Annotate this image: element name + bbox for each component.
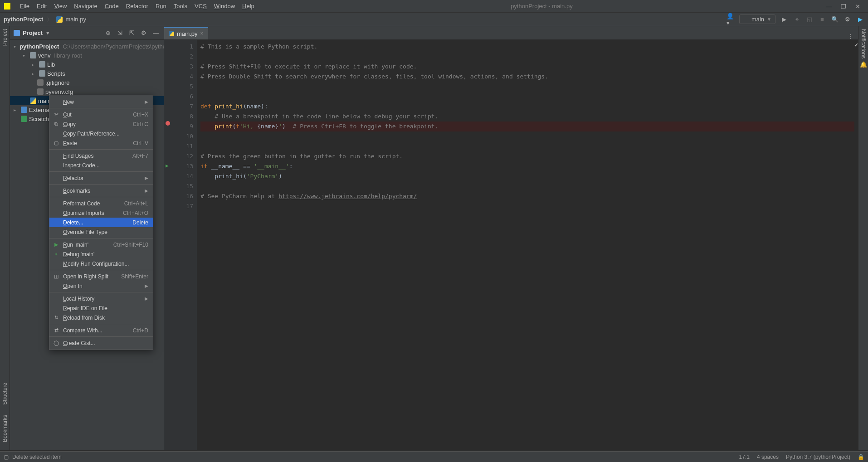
breadcrumb-project[interactable]: pythonProject — [4, 16, 43, 23]
code-editor[interactable]: ▶ 1234567891011121314151617 # This is a … — [164, 40, 858, 450]
line-gutter: 1234567891011121314151617 — [171, 40, 197, 450]
view-mode-drop[interactable]: ▾ — [46, 29, 49, 36]
close-button[interactable]: ✕ — [855, 3, 862, 10]
context-menu-item[interactable]: Override File Type — [49, 227, 153, 237]
project-view-icon — [14, 30, 20, 36]
context-menu-item[interactable]: Copy Path/Reference... — [49, 129, 153, 138]
debug-button[interactable]: ⌖ — [793, 15, 801, 24]
context-menu-item[interactable]: ⇄Compare With...Ctrl+D — [49, 326, 153, 335]
inspection-ok-icon[interactable]: ✔ — [854, 40, 858, 450]
context-menu-item[interactable]: ⧉CopyCtrl+C — [49, 119, 153, 129]
window-title: pythonProject - main.py — [257, 3, 826, 10]
search-icon[interactable]: 🔍 — [831, 15, 839, 24]
editor-area: main.py × ⋮ ▶ 1234567891011121314151617 … — [164, 26, 858, 450]
panel-title: Project — [23, 29, 43, 36]
context-menu-item[interactable]: Delete...Delete — [49, 218, 153, 227]
coverage-button[interactable]: ◱ — [805, 15, 814, 24]
context-menu-item[interactable]: Open In▶ — [49, 281, 153, 291]
bell-icon[interactable]: 🔔 — [860, 61, 867, 68]
context-menu: New▶✂CutCtrl+X⧉CopyCtrl+CCopy Path/Refer… — [49, 95, 153, 350]
status-tool-icon[interactable]: ▢ — [4, 454, 9, 460]
context-menu-item[interactable]: Modify Run Configuration... — [49, 259, 153, 268]
main-menu: File Edit View Navigate Code Refactor Ru… — [17, 3, 257, 10]
tool-notifications[interactable]: Notifications — [860, 29, 867, 58]
collapse-all-icon[interactable]: ⇱ — [129, 29, 137, 37]
context-menu-item[interactable]: Repair IDE on File — [49, 303, 153, 313]
project-panel-header: Project ▾ ⊕ ⇲ ⇱ ⚙ — — [10, 26, 164, 40]
menu-window[interactable]: Window — [211, 3, 238, 10]
context-menu-item[interactable]: Inspect Code... — [49, 160, 153, 170]
interpreter[interactable]: Python 3.7 (pythonProject) — [786, 454, 850, 460]
run-config-name: main — [751, 16, 764, 23]
context-menu-item[interactable]: Find UsagesAlt+F7 — [49, 151, 153, 160]
breadcrumb-file[interactable]: main.py — [65, 16, 86, 23]
tab-options[interactable]: ⋮ — [843, 33, 858, 39]
breakpoint-icon[interactable] — [166, 121, 170, 126]
context-menu-item[interactable]: Local History▶ — [49, 294, 153, 303]
tree-row-gitignore[interactable]: .gitignore — [10, 78, 164, 87]
right-tool-strip: Notifications 🔔 — [858, 26, 868, 450]
expand-all-icon[interactable]: ⇲ — [117, 29, 125, 37]
menu-vcs[interactable]: VCS — [192, 3, 210, 10]
menu-refactor[interactable]: Refactor — [123, 3, 151, 10]
context-menu-item[interactable]: Bookmarks▶ — [49, 186, 153, 195]
add-user-icon[interactable]: 👤▾ — [727, 15, 735, 24]
code-content[interactable]: # This is a sample Python script.# Press… — [197, 40, 854, 450]
python-file-icon — [169, 31, 174, 36]
context-menu-item[interactable]: ✂CutCtrl+X — [49, 110, 153, 119]
tab-mainpy[interactable]: main.py × — [164, 27, 208, 39]
tab-label: main.py — [177, 30, 198, 37]
context-menu-item[interactable]: ▢PasteCtrl+V — [49, 138, 153, 148]
navigation-bar: pythonProject 〉 main.py 👤▾ main ▼ ▶ ⌖ ◱ … — [0, 13, 868, 26]
tree-row-lib[interactable]: ▸ Lib — [10, 60, 164, 69]
menu-navigate[interactable]: Navigate — [71, 3, 100, 10]
tab-close-icon[interactable]: × — [200, 30, 204, 37]
stop-button[interactable]: ■ — [818, 15, 826, 24]
tree-row-venv[interactable]: ▾ venv library root — [10, 51, 164, 60]
context-menu-item[interactable]: ⌖Debug 'main' — [49, 249, 153, 259]
run-config-select[interactable]: main ▼ — [739, 15, 775, 24]
maximize-button[interactable]: ❐ — [841, 3, 847, 10]
context-menu-item[interactable]: Optimize ImportsCtrl+Alt+O — [49, 208, 153, 218]
context-menu-item[interactable]: ◫Open in Right SplitShift+Enter — [49, 272, 153, 281]
settings-icon[interactable]: ⚙ — [844, 15, 852, 24]
run-anything-icon[interactable]: ▶ — [856, 15, 864, 24]
pycharm-logo — [4, 3, 11, 10]
indent-setting[interactable]: 4 spaces — [757, 454, 779, 460]
status-bar: ▢ Delete selected item 17:1 4 spaces Pyt… — [0, 451, 868, 462]
context-menu-item[interactable]: ↻Reload from Disk — [49, 313, 153, 322]
run-button[interactable]: ▶ — [780, 15, 788, 24]
tool-structure[interactable]: Structure — [2, 383, 8, 405]
context-menu-item[interactable]: Refactor▶ — [49, 173, 153, 183]
menu-tools[interactable]: Tools — [171, 3, 190, 10]
lock-icon[interactable]: 🔒 — [858, 454, 864, 460]
minimize-button[interactable]: — — [826, 3, 833, 10]
tree-row-root[interactable]: ▾ pythonProject C:\Users\naben\PycharmPr… — [10, 42, 164, 51]
titlebar: File Edit View Navigate Code Refactor Ru… — [0, 0, 868, 13]
python-file-icon — [56, 16, 63, 23]
left-tool-strip: Project Structure Bookmarks — [0, 26, 10, 450]
context-menu-item[interactable]: ▶Run 'main'Ctrl+Shift+F10 — [49, 240, 153, 249]
hide-panel-icon[interactable]: — — [153, 29, 160, 37]
menu-edit[interactable]: Edit — [34, 3, 49, 10]
tree-row-scripts[interactable]: ▸ Scripts — [10, 69, 164, 78]
locate-icon[interactable]: ⊕ — [106, 29, 113, 37]
menu-code[interactable]: Code — [102, 3, 122, 10]
chevron-icon: 〉 — [47, 15, 53, 24]
tool-project[interactable]: Project — [2, 29, 8, 46]
tool-bookmarks[interactable]: Bookmarks — [2, 415, 8, 442]
context-menu-item[interactable]: ◯Create Gist... — [49, 338, 153, 348]
context-menu-item[interactable]: Reformat CodeCtrl+Alt+L — [49, 199, 153, 208]
context-menu-item[interactable]: New▶ — [49, 97, 153, 107]
status-hint: Delete selected item — [12, 454, 62, 460]
panel-settings-icon[interactable]: ⚙ — [141, 29, 148, 37]
editor-tabs: main.py × ⋮ — [164, 26, 858, 40]
menu-file[interactable]: File — [17, 3, 32, 10]
run-gutter-icon[interactable]: ▶ — [166, 161, 169, 171]
python-icon — [743, 17, 749, 22]
menu-help[interactable]: Help — [239, 3, 257, 10]
menu-run[interactable]: Run — [153, 3, 169, 10]
chevron-down-icon: ▼ — [767, 17, 771, 22]
caret-position[interactable]: 17:1 — [739, 454, 750, 460]
menu-view[interactable]: View — [51, 3, 69, 10]
